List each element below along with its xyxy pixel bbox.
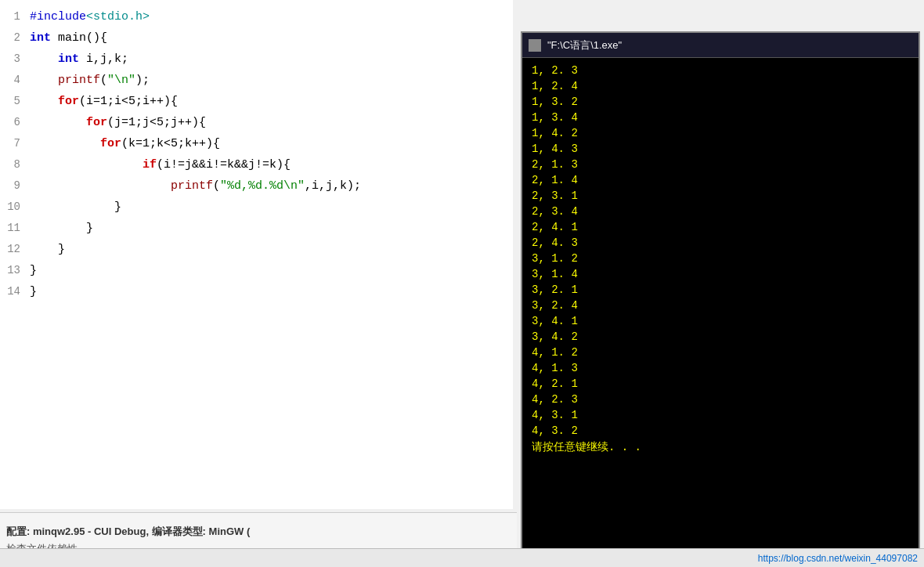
console-line: 3, 2. 1 [532, 282, 909, 298]
code-line: 5 for(i=1;i<5;i++){ [0, 91, 513, 112]
line-number: 11 [0, 218, 30, 238]
code-line: 14} [0, 281, 513, 302]
code-content: } [30, 197, 513, 218]
code-content: for(j=1;j<5;j++){ [30, 113, 513, 133]
console-line: 2, 3. 4 [532, 204, 909, 219]
line-number: 12 [0, 239, 30, 259]
code-line: 6 for(j=1;j<5;j++){ [0, 112, 513, 133]
code-editor: 1#include<stdio.h>2int main(){3 int i,j,… [0, 0, 513, 509]
line-number: 3 [0, 49, 30, 69]
console-line: 4, 3. 2 [532, 423, 909, 439]
console-line: 1, 3. 2 [532, 94, 909, 110]
console-line: 4, 1. 2 [532, 345, 909, 360]
code-line: 11 } [0, 218, 513, 239]
console-output: 1, 2. 31, 2. 41, 3. 21, 3. 41, 4. 21, 4.… [522, 58, 919, 565]
console-line: 4, 2. 1 [532, 376, 909, 392]
code-area: 1#include<stdio.h>2int main(){3 int i,j,… [0, 0, 513, 486]
line-number: 5 [0, 91, 30, 111]
console-line: 1, 4. 3 [532, 141, 909, 157]
code-content: int i,j,k; [30, 49, 513, 70]
code-line: 1#include<stdio.h> [0, 6, 513, 27]
status-config: 配置: minqw2.95 - CUI Debug, 编译器类型: MinGW … [6, 525, 511, 539]
console-line: 2, 4. 3 [532, 235, 909, 251]
line-number: 9 [0, 175, 30, 196]
console-line: 3, 4. 1 [532, 313, 909, 329]
code-line: 10 } [0, 197, 513, 218]
code-line: 3 int i,j,k; [0, 49, 513, 70]
code-line: 8 if(i!=j&&i!=k&&j!=k){ [0, 154, 513, 175]
console-title: "F:\C语言\1.exe" [547, 38, 622, 52]
code-content: if(i!=j&&i!=k&&j!=k){ [30, 155, 513, 175]
code-content: for(i=1;i<5;i++){ [30, 92, 513, 112]
line-number: 1 [0, 6, 30, 27]
footer: https://blog.csdn.net/weixin_44097082 [0, 548, 924, 567]
console-line: 3, 1. 4 [532, 266, 909, 282]
line-number: 13 [0, 260, 30, 280]
console-line: 3, 4. 2 [532, 329, 909, 345]
line-number: 10 [0, 197, 30, 217]
console-line: 2, 1. 3 [532, 157, 909, 172]
console-titlebar: "F:\C语言\1.exe" [522, 33, 919, 58]
line-number: 4 [0, 70, 30, 90]
console-window: "F:\C语言\1.exe" 1, 2. 31, 2. 41, 3. 21, 3… [521, 31, 920, 567]
console-line: 1, 3. 4 [532, 110, 909, 125]
code-line: 13} [0, 260, 513, 281]
code-content: printf("%d,%d.%d\n",i,j,k); [30, 176, 513, 197]
code-content: for(k=1;k<5;k++){ [30, 134, 513, 154]
console-line: 2, 1. 4 [532, 172, 909, 188]
console-line: 1, 4. 2 [532, 125, 909, 141]
console-line: 2, 3. 1 [532, 188, 909, 204]
console-icon [529, 39, 541, 52]
code-content: } [30, 261, 513, 281]
code-content: } [30, 240, 513, 260]
line-number: 8 [0, 154, 30, 175]
code-content: #include<stdio.h> [30, 7, 513, 27]
code-line: 9 printf("%d,%d.%d\n",i,j,k); [0, 175, 513, 197]
code-content: } [30, 218, 513, 239]
code-content: } [30, 282, 513, 302]
code-content: int main(){ [30, 28, 513, 49]
console-line: 3, 1. 2 [532, 251, 909, 266]
console-line: 2, 4. 1 [532, 219, 909, 235]
console-line: 3, 2. 4 [532, 298, 909, 313]
line-number: 2 [0, 27, 30, 48]
console-line: 1, 2. 4 [532, 78, 909, 94]
console-line: 4, 3. 1 [532, 407, 909, 423]
line-number: 7 [0, 133, 30, 153]
footer-link[interactable]: https://blog.csdn.net/weixin_44097082 [758, 553, 918, 564]
console-line: 1, 2. 3 [532, 63, 909, 78]
code-line: 12 } [0, 239, 513, 260]
line-number: 14 [0, 281, 30, 302]
console-line: 4, 1. 3 [532, 360, 909, 376]
code-line: 2int main(){ [0, 27, 513, 49]
console-line: 4, 2. 3 [532, 392, 909, 407]
code-line: 7 for(k=1;k<5;k++){ [0, 133, 513, 154]
console-prompt: 请按任意键继续. . . [532, 440, 909, 454]
code-line: 4 printf("\n"); [0, 70, 513, 91]
line-number: 6 [0, 112, 30, 132]
code-content: printf("\n"); [30, 70, 513, 91]
